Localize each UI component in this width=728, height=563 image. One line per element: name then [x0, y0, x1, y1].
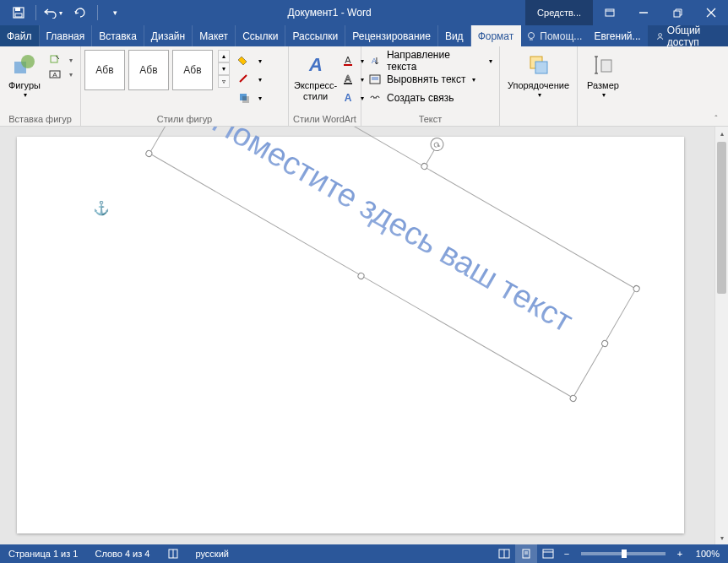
- svg-point-11: [658, 33, 661, 36]
- size-icon: [593, 53, 613, 77]
- read-mode-button[interactable]: [493, 544, 515, 563]
- user-account[interactable]: Евгений...: [587, 25, 647, 46]
- tell-me-label: Помощ...: [540, 30, 582, 42]
- zoom-slider[interactable]: [581, 552, 666, 555]
- text-direction-button[interactable]: A Направление текста▾: [365, 51, 496, 70]
- group-shape-styles: Абв Абв Абв ▴ ▾ ▿ ▾ ▾ ▾ Стили фигур: [81, 46, 289, 126]
- group-text: A Направление текста▾ Выровнять текст▾ С…: [361, 46, 500, 126]
- tab-insert[interactable]: Вставка: [92, 25, 144, 46]
- tab-format[interactable]: Формат: [471, 25, 522, 46]
- word-count[interactable]: Слово 4 из 4: [86, 549, 158, 559]
- textbox-icon: A: [49, 68, 61, 80]
- shape-style-3[interactable]: Абв: [172, 50, 213, 90]
- align-text-button[interactable]: Выровнять текст▾: [365, 70, 496, 89]
- svg-rect-3: [606, 9, 614, 16]
- gallery-more-button[interactable]: ▿: [218, 75, 230, 88]
- separator: [35, 5, 36, 20]
- group-insert-shapes: Фигуры ▾ ▾ A ▾ Вставка фигур: [0, 46, 81, 126]
- group-label: Текст: [365, 112, 496, 126]
- text-box-button[interactable]: A: [47, 68, 62, 81]
- undo-button[interactable]: ▾: [41, 1, 65, 24]
- group-label: Стили WordArt: [292, 112, 357, 126]
- tab-references[interactable]: Ссылки: [236, 25, 285, 46]
- window-title: Документ1 - Word: [133, 7, 525, 19]
- shape-style-2[interactable]: Абв: [128, 50, 169, 90]
- text-box-dropdown[interactable]: ▾: [63, 68, 79, 81]
- tab-file[interactable]: Файл: [0, 25, 40, 46]
- shape-outline-button[interactable]: ▾: [235, 70, 265, 89]
- web-layout-icon: [542, 549, 554, 559]
- maximize-icon: [673, 8, 682, 18]
- text-fill-icon: A: [342, 55, 354, 67]
- svg-rect-1: [15, 8, 20, 11]
- shape-style-1[interactable]: Абв: [84, 50, 125, 90]
- maximize-button[interactable]: [660, 0, 694, 25]
- tab-home[interactable]: Главная: [40, 25, 93, 46]
- edit-shape-icon: [49, 54, 61, 66]
- separator: [97, 5, 98, 20]
- web-layout-button[interactable]: [537, 544, 559, 563]
- shape-style-gallery[interactable]: Абв Абв Абв ▴ ▾ ▿: [84, 50, 230, 90]
- svg-text:A: A: [345, 55, 352, 65]
- chevron-down-icon: ▾: [538, 91, 541, 99]
- vertical-scrollbar[interactable]: ▴ ▾: [714, 127, 728, 544]
- edit-shape-button[interactable]: [47, 53, 62, 67]
- ribbon: Фигуры ▾ ▾ A ▾ Вставка фигур Абв Абв Абв…: [0, 46, 728, 127]
- scroll-thumb[interactable]: [717, 142, 726, 294]
- collapse-ribbon-button[interactable]: ˆ: [708, 112, 725, 126]
- svg-text:A: A: [345, 73, 352, 84]
- zoom-in-button[interactable]: +: [672, 549, 687, 559]
- print-layout-button[interactable]: [515, 544, 537, 563]
- tab-view[interactable]: Вид: [438, 25, 471, 46]
- scroll-up-button[interactable]: ▴: [715, 127, 728, 140]
- qat-customize-button[interactable]: ▾: [103, 1, 127, 24]
- zoom-out-button[interactable]: −: [559, 549, 574, 559]
- shape-effects-button[interactable]: ▾: [235, 89, 265, 107]
- chevron-down-icon: ▾: [24, 91, 27, 99]
- group-label: Стили фигур: [84, 112, 285, 126]
- save-button[interactable]: [7, 1, 30, 24]
- arrange-button[interactable]: Упорядочение ▾: [503, 50, 574, 100]
- chevron-down-icon: ▾: [113, 8, 117, 17]
- contextual-tab-label: Средств...: [525, 0, 593, 25]
- spell-check-button[interactable]: [159, 548, 187, 560]
- svg-rect-6: [674, 11, 680, 17]
- wordart-object[interactable]: Поместите здесь ваш текст ⟳: [149, 127, 636, 398]
- edit-shape-dropdown[interactable]: ▾: [63, 53, 79, 67]
- gallery-down-button[interactable]: ▾: [218, 62, 230, 75]
- svg-text:A: A: [345, 92, 352, 104]
- tab-design[interactable]: Дизайн: [144, 25, 193, 46]
- minimize-button[interactable]: [627, 0, 660, 25]
- tab-mailings[interactable]: Рассылки: [285, 25, 345, 46]
- redo-button[interactable]: [68, 1, 92, 24]
- close-button[interactable]: [694, 0, 728, 25]
- language-button[interactable]: русский: [187, 549, 237, 559]
- page-count[interactable]: Страница 1 из 1: [0, 549, 86, 559]
- group-wordart-styles: A Экспресс- стили A▾ A▾ A▾ Стили WordArt: [289, 46, 361, 126]
- shape-fill-button[interactable]: ▾: [235, 51, 265, 70]
- size-button[interactable]: Размер ▾: [582, 50, 624, 100]
- share-label: Общий доступ: [667, 24, 720, 48]
- zoom-level[interactable]: 100%: [687, 549, 728, 559]
- print-layout-icon: [520, 549, 532, 559]
- scroll-down-button[interactable]: ▾: [715, 531, 728, 544]
- tell-me[interactable]: Помощ...: [521, 25, 587, 46]
- tab-review[interactable]: Рецензирование: [345, 25, 438, 46]
- shapes-button[interactable]: Фигуры ▾: [3, 50, 46, 100]
- svg-rect-2: [15, 14, 22, 17]
- document-page[interactable]: ⚓ Поместите здесь ваш текст ⟳: [17, 137, 684, 533]
- quick-styles-button[interactable]: A Экспресс- стили: [292, 50, 339, 104]
- share-button[interactable]: Общий доступ: [648, 25, 728, 46]
- svg-rect-21: [344, 64, 352, 66]
- gallery-up-button[interactable]: ▴: [218, 50, 230, 62]
- tab-layout[interactable]: Макет: [193, 25, 236, 46]
- svg-text:A: A: [52, 71, 57, 78]
- svg-point-13: [21, 55, 35, 68]
- svg-rect-30: [535, 62, 547, 73]
- rotation-handle[interactable]: ⟳: [428, 135, 447, 154]
- ribbon-display-button[interactable]: [593, 0, 627, 25]
- create-link-button[interactable]: Создать связь: [365, 89, 496, 107]
- zoom-slider-thumb[interactable]: [622, 549, 627, 558]
- document-area[interactable]: ⚓ Поместите здесь ваш текст ⟳: [0, 127, 714, 544]
- resize-handle-se[interactable]: [568, 393, 578, 403]
